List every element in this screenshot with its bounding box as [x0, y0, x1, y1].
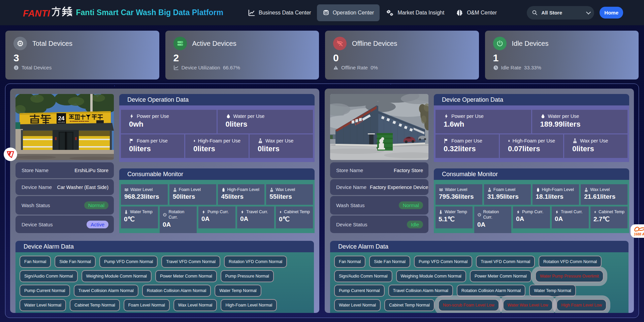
svg-text:HOURS: HOURS: [58, 121, 65, 123]
svg-text:24: 24: [58, 115, 65, 122]
